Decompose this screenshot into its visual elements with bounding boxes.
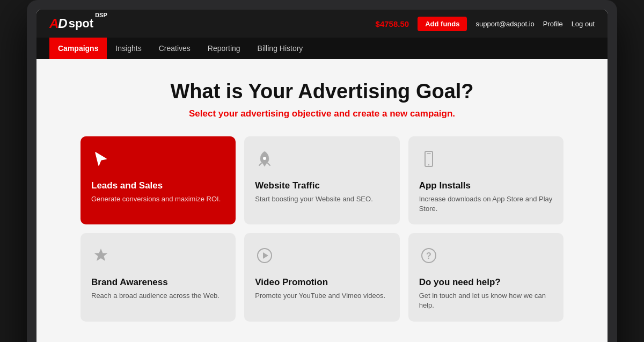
logo-dsp: DSP — [95, 12, 107, 18]
support-email: support@adspot.io — [475, 20, 534, 28]
card-brand-title: Brand Awareness — [91, 277, 225, 288]
card-video-promotion[interactable]: Video Promotion Promote your YouTube and… — [244, 233, 399, 321]
top-bar-right: $4758.50 Add funds support@adspot.io Pro… — [376, 17, 595, 31]
add-funds-button[interactable]: Add funds — [418, 17, 467, 31]
card-help[interactable]: ? Do you need help? Get in touch and let… — [408, 233, 564, 321]
tab-insights[interactable]: Insights — [107, 38, 150, 59]
card-brand-awareness[interactable]: Brand Awareness Reach a broad audience a… — [80, 233, 236, 321]
card-help-desc: Get in touch and let us know how we can … — [419, 291, 553, 310]
card-app-desc: Increase downloads on App Store and Play… — [419, 194, 553, 214]
card-app-installs[interactable]: App Installs Increase downloads on App S… — [408, 136, 564, 224]
svg-point-0 — [263, 157, 266, 160]
card-brand-desc: Reach a broad audience across the Web. — [91, 291, 225, 301]
card-traffic-title: Website Traffic — [255, 180, 389, 191]
star-icon — [91, 246, 225, 270]
svg-point-2 — [428, 164, 429, 165]
card-help-title: Do you need help? — [419, 277, 553, 288]
nav-tabs: Campaigns Insights Creatives Reporting B… — [36, 38, 608, 59]
svg-text:?: ? — [426, 251, 431, 260]
tab-campaigns[interactable]: Campaigns — [49, 38, 107, 59]
card-traffic-desc: Start boosting your Website and SEO. — [255, 194, 389, 204]
mobile-icon — [419, 149, 553, 173]
card-website-traffic[interactable]: Website Traffic Start boosting your Webs… — [244, 136, 399, 224]
page-subheading: Select your advertising objective and cr… — [69, 108, 575, 119]
logo: A D spot DSP — [49, 17, 107, 30]
laptop-frame: A D spot DSP $4758.50 Add funds support@… — [27, 0, 617, 342]
profile-link[interactable]: Profile — [543, 20, 563, 28]
card-leads-desc: Generate conversions and maximize ROI. — [91, 194, 225, 204]
rocket-icon — [255, 149, 389, 173]
cursor-icon — [91, 149, 225, 173]
tab-creatives[interactable]: Creatives — [150, 38, 199, 59]
logo-a: A — [49, 17, 58, 30]
card-app-title: App Installs — [419, 180, 553, 191]
logout-link[interactable]: Log out — [572, 20, 595, 28]
play-icon — [255, 246, 389, 270]
goal-cards-grid: Leads and Sales Generate conversions and… — [80, 136, 564, 322]
question-icon: ? — [419, 246, 553, 270]
card-video-title: Video Promotion — [255, 277, 389, 288]
page-heading: What is Your Advertising Goal? — [69, 81, 575, 103]
tab-billing-history[interactable]: Billing History — [249, 38, 312, 59]
card-leads-sales[interactable]: Leads and Sales Generate conversions and… — [80, 136, 236, 224]
tab-reporting[interactable]: Reporting — [199, 38, 249, 59]
top-bar: A D spot DSP $4758.50 Add funds support@… — [36, 10, 608, 38]
logo-spot: spot — [69, 18, 93, 30]
logo-d: D — [58, 17, 67, 30]
main-content: What is Your Advertising Goal? Select yo… — [36, 59, 608, 342]
card-leads-title: Leads and Sales — [91, 180, 225, 191]
card-video-desc: Promote your YouTube and Vimeo videos. — [255, 291, 389, 301]
balance-display: $4758.50 — [376, 19, 409, 28]
laptop-screen: A D spot DSP $4758.50 Add funds support@… — [36, 10, 608, 342]
